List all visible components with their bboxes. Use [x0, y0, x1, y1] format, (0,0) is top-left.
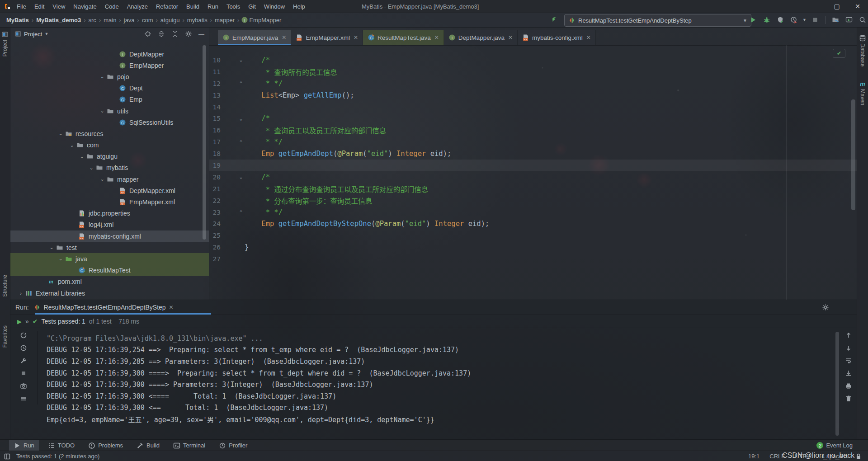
profiler-icon[interactable]	[788, 14, 800, 26]
chevron-down-icon[interactable]: ▼	[44, 32, 48, 36]
print-icon[interactable]	[844, 381, 854, 390]
close-icon[interactable]: ✕	[586, 34, 591, 41]
tool-button-maven[interactable]: m Maven	[858, 80, 868, 105]
up-icon[interactable]	[844, 331, 854, 339]
maximize-button[interactable]: ▢	[826, 0, 847, 13]
stop-square-icon[interactable]	[19, 369, 28, 377]
settings-wrench-icon[interactable]	[19, 356, 28, 365]
console-scrollbar[interactable]	[835, 332, 839, 436]
tool-button-database[interactable]: Database	[858, 34, 868, 66]
tree-item-deptmapper[interactable]: IDeptMapper	[10, 48, 209, 60]
tree-item-resources[interactable]: ⌄resources	[10, 128, 209, 139]
scroll-end-icon[interactable]	[844, 369, 854, 377]
fold-marker-icon[interactable]: ⌄	[237, 57, 245, 63]
tool-button-run[interactable]: Run	[9, 440, 39, 451]
breadcrumb-item-mapper[interactable]: mapper	[214, 17, 236, 24]
close-icon[interactable]: ✕	[169, 304, 174, 310]
fold-marker-icon[interactable]: ⌄	[237, 116, 245, 122]
tree-item-com[interactable]: ⌄com	[10, 140, 209, 151]
tree-item-empmapper[interactable]: IEmpMapper	[10, 60, 209, 71]
search-everywhere-icon[interactable]	[856, 14, 868, 26]
tool-button-project[interactable]: Project	[0, 31, 10, 56]
fold-marker-icon[interactable]: ⌄	[237, 174, 245, 180]
build-icon[interactable]	[548, 14, 561, 26]
clear-all-icon[interactable]	[844, 394, 854, 403]
menu-item-git[interactable]: Git	[244, 0, 260, 13]
tree-expand-icon[interactable]: ⌄	[57, 131, 64, 136]
toolwindows-icon[interactable]	[829, 14, 842, 26]
menu-item-code[interactable]: Code	[101, 0, 123, 13]
breadcrumb-item-mybatis[interactable]: mybatis	[186, 17, 208, 24]
tree-item-mybatis-config-xml[interactable]: <>mybatis-config.xml	[10, 230, 209, 242]
run-configuration-select[interactable]: ResultMapTest.testGetEmpAndDeptByStep ▼	[564, 14, 751, 27]
tree-expand-icon[interactable]: ⌄	[99, 176, 106, 182]
project-scrollbar[interactable]	[203, 45, 206, 240]
tree-item-mybatis[interactable]: ⌄mybatis	[10, 162, 209, 174]
fold-marker-icon[interactable]: ⌃	[237, 139, 245, 145]
tool-button-favorites[interactable]: Favorites	[0, 325, 10, 348]
tree-expand-icon[interactable]: ⌄	[57, 256, 64, 262]
editor-tab-deptmapper-java[interactable]: IDeptMapper.java✕	[444, 30, 518, 45]
minimize-button[interactable]: –	[806, 0, 826, 13]
breadcrumb-item-atguigu[interactable]: atguigu	[160, 17, 181, 24]
tool-button-problems[interactable]: Problems	[84, 440, 127, 451]
tree-expand-icon[interactable]: ›	[17, 291, 24, 296]
soft-wrap-icon[interactable]	[844, 356, 854, 365]
tool-button-structure[interactable]: Structure	[0, 275, 10, 297]
expand-chevrons-icon[interactable]: »	[25, 318, 29, 325]
close-icon[interactable]: ✕	[354, 34, 358, 41]
close-icon[interactable]: ✕	[434, 34, 439, 41]
tree-item-resultmaptest[interactable]: CResultMapTest	[10, 265, 209, 276]
menu-item-file[interactable]: File	[13, 0, 30, 13]
tool-button-build[interactable]: Build	[132, 440, 164, 451]
tree-item-external-libraries[interactable]: ›External Libraries	[10, 287, 209, 299]
run-play-icon[interactable]: ▶	[17, 318, 22, 325]
project-panel-title[interactable]: Project	[24, 31, 42, 38]
console-output[interactable]: "C:\Program Files\Java\jdk1.8.0_131\bin\…	[47, 333, 830, 425]
tree-item-pom-xml[interactable]: mpom.xml	[10, 276, 209, 287]
tree-item-empmapper-xml[interactable]: <>EmpMapper.xml	[10, 196, 209, 207]
menu-item-window[interactable]: Window	[260, 0, 289, 13]
expand-all-icon[interactable]	[156, 28, 167, 39]
editor-tab-empmapper-java[interactable]: IEmpMapper.java✕	[218, 30, 291, 45]
close-button[interactable]: ✕	[847, 0, 868, 13]
fold-marker-icon[interactable]: ⌃	[237, 80, 245, 86]
inspection-status-widget[interactable]: ✔	[833, 49, 845, 58]
toolwindow-toggle-icon[interactable]	[2, 451, 13, 461]
tool-button-terminal[interactable]: Terminal	[169, 440, 210, 451]
menu-item-tools[interactable]: Tools	[222, 0, 244, 13]
menu-item-edit[interactable]: Edit	[30, 0, 48, 13]
tree-item-pojo[interactable]: ⌄pojo	[10, 71, 209, 82]
status-message[interactable]: Tests passed: 1 (2 minutes ago)	[16, 453, 99, 460]
editor-scrollbar[interactable]	[851, 99, 855, 210]
run-panel-tab[interactable]: ResultMapTest.testGetEmpAndDeptByStep ✕	[29, 300, 178, 315]
stop-icon[interactable]	[809, 14, 821, 26]
snapshot-icon[interactable]	[19, 381, 28, 390]
caret-position-widget[interactable]: 19:1	[748, 453, 760, 460]
breadcrumb-item-mybatis[interactable]: MyBatis	[5, 17, 30, 24]
tree-expand-icon[interactable]: ⌄	[99, 108, 106, 114]
breadcrumb-item-com[interactable]: com	[141, 17, 154, 24]
editor-tab-resultmaptest-java[interactable]: CResultMapTest.java✕	[363, 30, 444, 45]
settings-icon[interactable]	[183, 28, 194, 39]
event-log-button[interactable]: 2 Event Log	[816, 440, 853, 451]
tree-item-deptmapper-xml[interactable]: <>DeptMapper.xml	[10, 185, 209, 196]
code-editor[interactable]: 10⌄ /*11 * 查询所有的员工信息12⌃ * */13 List<Emp>…	[209, 46, 857, 265]
tree-expand-icon[interactable]: ⌄	[48, 245, 55, 250]
run-icon[interactable]	[747, 14, 760, 26]
coverage-icon[interactable]	[774, 14, 787, 26]
tree-item-utils[interactable]: ⌄utils	[10, 105, 209, 117]
chevron-down-icon[interactable]: ▼	[801, 18, 808, 22]
editor-tab-mybatis-config-xml[interactable]: <>mybatis-config.xml✕	[518, 30, 596, 45]
hide-panel-icon[interactable]: —	[197, 31, 206, 38]
collapse-all-icon[interactable]	[170, 28, 180, 39]
close-icon[interactable]: ✕	[282, 34, 286, 41]
tree-item-sqlsessionutils[interactable]: CSqlSessionUtils	[10, 117, 209, 128]
tree-expand-icon[interactable]: ⌄	[88, 165, 95, 171]
tree-expand-icon[interactable]: ⌄	[78, 154, 85, 160]
lock-icon[interactable]	[855, 453, 862, 460]
menu-item-navigate[interactable]: Navigate	[69, 0, 100, 13]
locate-icon[interactable]	[142, 28, 153, 39]
hide-panel-icon[interactable]: —	[836, 302, 847, 313]
run-anything-icon[interactable]	[843, 14, 855, 26]
